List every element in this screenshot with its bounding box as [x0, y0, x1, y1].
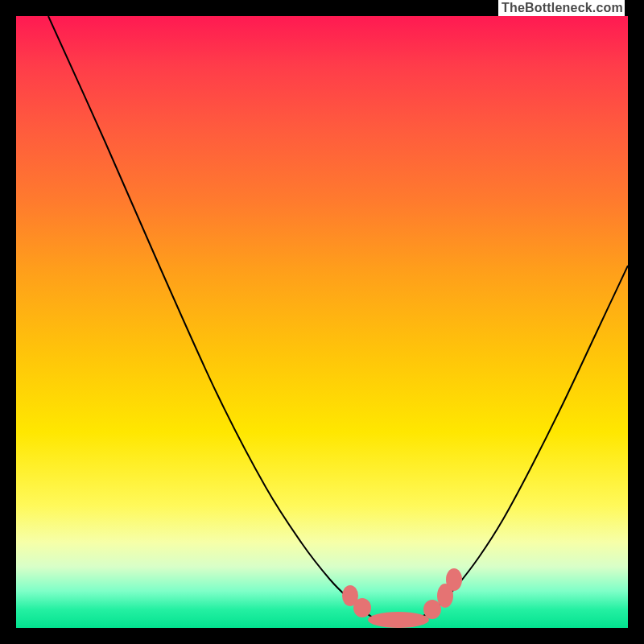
left-dot-2: [353, 598, 371, 617]
chart-frame: TheBottleneck.com: [0, 0, 644, 644]
right-dot-3: [446, 568, 462, 591]
watermark-label: TheBottleneck.com: [498, 0, 625, 16]
chart-plot-area: [16, 16, 628, 628]
right-dot-1: [423, 600, 441, 619]
marker-group: [342, 568, 462, 628]
chart-svg: [16, 16, 628, 628]
floor-pill: [368, 612, 429, 628]
bottleneck-curve: [48, 16, 628, 622]
